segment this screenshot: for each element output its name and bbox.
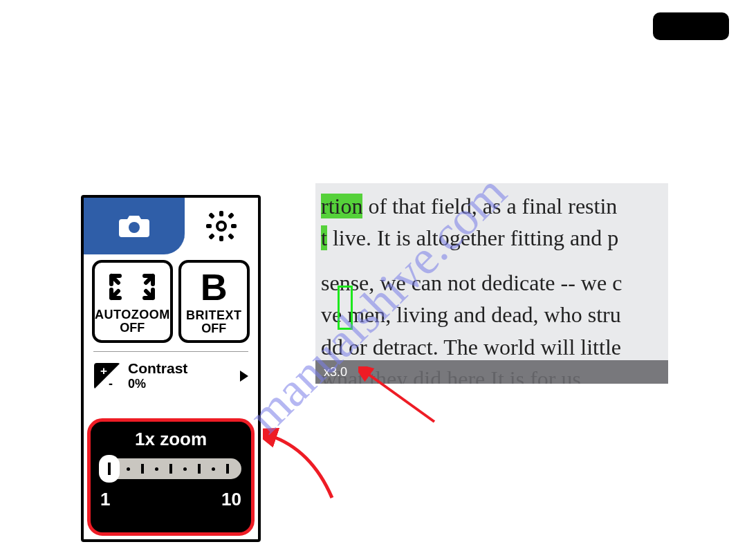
chevron-right-icon bbox=[240, 371, 248, 382]
annotation-arrow-curved bbox=[263, 422, 339, 512]
svg-rect-4 bbox=[231, 224, 237, 228]
britext-title: BRITEXT bbox=[186, 308, 242, 323]
panel-top-row bbox=[84, 198, 258, 254]
contrast-text: Contrast 0% bbox=[128, 360, 233, 391]
zoom-slider-thumb[interactable] bbox=[99, 455, 120, 483]
svg-rect-5 bbox=[208, 212, 215, 219]
camera-button[interactable] bbox=[84, 198, 185, 254]
svg-rect-8 bbox=[228, 233, 234, 240]
expand-icon bbox=[109, 269, 156, 305]
gear-icon bbox=[206, 211, 237, 241]
contrast-row[interactable]: + - Contrast 0% bbox=[84, 353, 258, 397]
svg-rect-3 bbox=[206, 224, 212, 228]
zoom-panel: 1x zoom 1 10 bbox=[87, 418, 255, 536]
svg-rect-2 bbox=[219, 236, 223, 241]
autozoom-button[interactable]: AUTOZOOM OFF bbox=[92, 260, 173, 343]
contrast-value: 0% bbox=[128, 377, 233, 391]
contrast-icon: + - bbox=[93, 362, 121, 390]
svg-text:+: + bbox=[100, 364, 107, 377]
zoom-limits: 1 10 bbox=[100, 489, 241, 510]
annotation-arrow-straight bbox=[358, 366, 441, 429]
camera-icon bbox=[118, 212, 151, 239]
zoom-min: 1 bbox=[100, 489, 110, 510]
preview-text: rtion of that field, as a final restin t… bbox=[315, 183, 668, 384]
svg-rect-1 bbox=[219, 211, 223, 216]
bold-b-icon: B bbox=[201, 268, 228, 306]
svg-point-0 bbox=[129, 222, 140, 233]
svg-text:-: - bbox=[109, 377, 113, 390]
feature-row: AUTOZOOM OFF B BRITEXT OFF bbox=[84, 254, 258, 350]
control-panel: AUTOZOOM OFF B BRITEXT OFF + - Contrast … bbox=[81, 195, 261, 542]
svg-rect-7 bbox=[208, 233, 215, 240]
britext-state: OFF bbox=[201, 321, 226, 336]
autozoom-state: OFF bbox=[120, 321, 145, 335]
header-black-pill bbox=[653, 12, 729, 40]
preview-zoom-label: x3.0 bbox=[324, 365, 347, 380]
focus-box bbox=[338, 286, 353, 330]
svg-rect-6 bbox=[228, 212, 234, 219]
settings-button[interactable] bbox=[185, 198, 258, 254]
divider bbox=[93, 351, 248, 352]
zoom-max: 10 bbox=[221, 489, 241, 510]
autozoom-title: AUTOZOOM bbox=[95, 308, 170, 322]
zoom-title: 1x zoom bbox=[135, 429, 207, 450]
britext-button[interactable]: B BRITEXT OFF bbox=[178, 260, 250, 343]
svg-line-13 bbox=[365, 372, 434, 422]
zoom-slider[interactable] bbox=[100, 458, 241, 479]
preview-pane: rtion of that field, as a final restin t… bbox=[315, 183, 668, 384]
contrast-label: Contrast bbox=[128, 360, 233, 377]
